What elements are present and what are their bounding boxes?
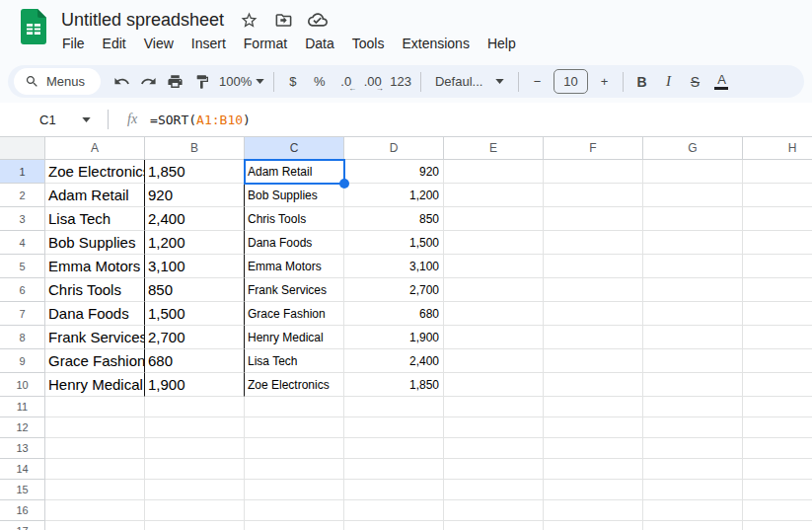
cell-G2[interactable]: [643, 184, 743, 207]
increase-font-size-button[interactable]: +: [591, 68, 618, 95]
cell-F2[interactable]: [544, 184, 643, 207]
cell-C15[interactable]: [245, 480, 344, 500]
cell-D15[interactable]: [344, 480, 444, 500]
name-box[interactable]: C1: [0, 113, 103, 127]
cell-F4[interactable]: [544, 231, 643, 255]
cell-H8[interactable]: [743, 326, 812, 349]
move-to-folder-icon[interactable]: [273, 10, 293, 30]
cell-G6[interactable]: [643, 278, 743, 302]
cell-E4[interactable]: [444, 231, 544, 255]
cell-F9[interactable]: [544, 349, 643, 373]
cell-A12[interactable]: [45, 417, 145, 438]
cell-G13[interactable]: [643, 438, 743, 459]
cell-H16[interactable]: [743, 500, 812, 521]
cell-F15[interactable]: [544, 480, 643, 500]
cell-B5[interactable]: 3,100: [145, 255, 245, 278]
cell-C7[interactable]: Grace Fashion: [245, 302, 344, 326]
cell-A4[interactable]: Bob Supplies: [45, 231, 145, 255]
cell-F5[interactable]: [544, 255, 643, 278]
cell-E3[interactable]: [444, 207, 544, 231]
cell-C17[interactable]: [245, 521, 344, 530]
cell-B6[interactable]: 850: [145, 278, 245, 302]
cell-C8[interactable]: Henry Medical: [245, 326, 344, 349]
cell-G17[interactable]: [643, 521, 743, 530]
cell-F10[interactable]: [544, 373, 643, 397]
cell-E14[interactable]: [444, 459, 544, 480]
cell-C9[interactable]: Lisa Tech: [245, 349, 344, 373]
row-header-4[interactable]: 4: [0, 231, 45, 255]
cell-E12[interactable]: [444, 417, 544, 438]
cell-E7[interactable]: [444, 302, 544, 326]
row-header-15[interactable]: 15: [0, 480, 45, 500]
cell-D3[interactable]: 850: [344, 207, 444, 231]
cell-H17[interactable]: [743, 521, 812, 530]
cell-H2[interactable]: [743, 184, 812, 207]
cell-B4[interactable]: 1,200: [145, 231, 245, 255]
cell-D6[interactable]: 2,700: [344, 278, 444, 302]
cell-G12[interactable]: [643, 417, 743, 438]
cell-A5[interactable]: Emma Motors: [45, 255, 145, 278]
menu-item-edit[interactable]: Edit: [94, 34, 135, 53]
cell-A1[interactable]: Zoe Electronics: [45, 160, 145, 184]
row-header-1[interactable]: 1: [0, 160, 45, 184]
row-header-2[interactable]: 2: [0, 184, 45, 207]
more-formats-button[interactable]: 123: [386, 68, 415, 95]
print-button[interactable]: [162, 68, 188, 95]
cell-B17[interactable]: [145, 521, 245, 530]
cell-D12[interactable]: [344, 417, 444, 438]
text-color-button[interactable]: A: [708, 68, 735, 95]
cell-G5[interactable]: [643, 255, 743, 278]
cell-E13[interactable]: [444, 438, 544, 459]
column-header-D[interactable]: D: [344, 136, 444, 160]
decrease-font-size-button[interactable]: −: [524, 68, 551, 95]
cell-C2[interactable]: Bob Supplies: [245, 184, 344, 207]
row-header-12[interactable]: 12: [0, 417, 45, 438]
cell-D9[interactable]: 2,400: [344, 349, 444, 373]
strikethrough-button[interactable]: S: [682, 68, 708, 95]
cell-C16[interactable]: [245, 500, 344, 521]
cell-E5[interactable]: [444, 255, 544, 278]
cell-A14[interactable]: [45, 459, 145, 480]
cell-D1[interactable]: 920: [344, 160, 444, 184]
cell-H9[interactable]: [743, 349, 812, 373]
row-header-7[interactable]: 7: [0, 302, 45, 326]
currency-format-button[interactable]: $: [279, 68, 306, 95]
cell-B12[interactable]: [145, 417, 245, 438]
font-size-input[interactable]: 10: [554, 69, 588, 94]
cell-E10[interactable]: [444, 373, 544, 397]
cell-A17[interactable]: [45, 521, 145, 530]
cell-A10[interactable]: Henry Medical: [45, 373, 145, 397]
cell-A16[interactable]: [45, 500, 145, 521]
menu-item-insert[interactable]: Insert: [183, 34, 235, 53]
cell-G8[interactable]: [643, 326, 743, 349]
cell-H14[interactable]: [743, 459, 812, 480]
column-header-A[interactable]: A: [45, 136, 145, 160]
cell-B8[interactable]: 2,700: [145, 326, 245, 349]
cell-F1[interactable]: [544, 160, 643, 184]
cloud-saved-icon[interactable]: [308, 10, 328, 30]
cell-F7[interactable]: [544, 302, 643, 326]
zoom-dropdown[interactable]: 100%: [215, 68, 268, 95]
cell-D7[interactable]: 680: [344, 302, 444, 326]
menu-item-file[interactable]: File: [53, 34, 94, 53]
cell-C12[interactable]: [245, 417, 344, 438]
cell-C4[interactable]: Dana Foods: [245, 231, 344, 255]
cell-G4[interactable]: [643, 231, 743, 255]
cell-G15[interactable]: [643, 480, 743, 500]
undo-button[interactable]: [109, 68, 135, 95]
cell-D17[interactable]: [344, 521, 444, 530]
cell-A2[interactable]: Adam Retail: [45, 184, 145, 207]
menu-item-view[interactable]: View: [135, 34, 183, 53]
row-header-10[interactable]: 10: [0, 373, 45, 397]
cell-F12[interactable]: [544, 417, 643, 438]
cell-H3[interactable]: [743, 207, 812, 231]
cell-G3[interactable]: [643, 207, 743, 231]
cell-E1[interactable]: [444, 160, 544, 184]
menu-item-data[interactable]: Data: [296, 34, 343, 53]
cell-G14[interactable]: [643, 459, 743, 480]
cell-G7[interactable]: [643, 302, 743, 326]
row-header-5[interactable]: 5: [0, 255, 45, 278]
row-header-13[interactable]: 13: [0, 438, 45, 459]
cell-F3[interactable]: [544, 207, 643, 231]
menu-item-format[interactable]: Format: [235, 34, 296, 53]
